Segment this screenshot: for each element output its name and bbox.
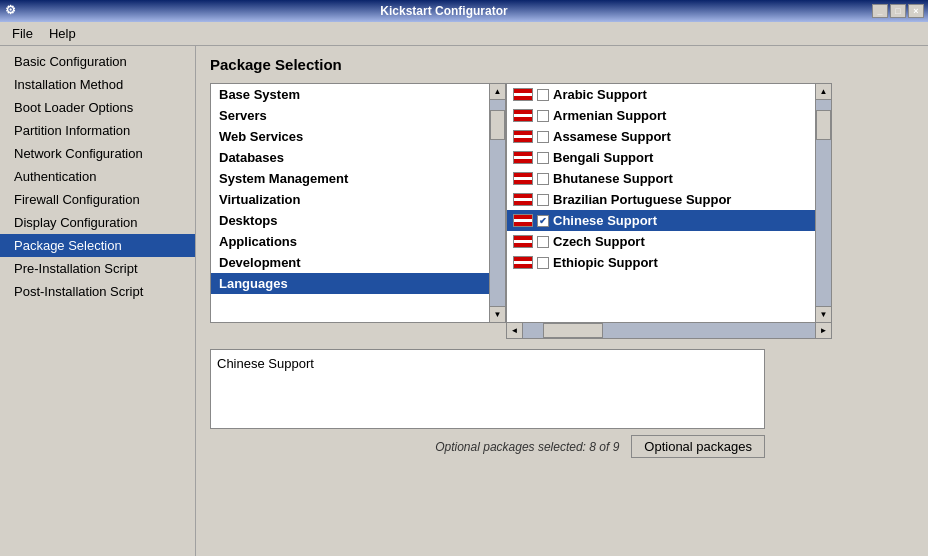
right-scrollbar-thumb[interactable] bbox=[816, 110, 831, 140]
flag-icon-ethiopic bbox=[513, 256, 533, 269]
right-list-scrollbar-h[interactable]: ◄ ► bbox=[506, 323, 832, 339]
title-bar-title: Kickstart Configurator bbox=[16, 4, 872, 18]
left-list-wrapper: Base System Servers Web Services Databas… bbox=[210, 83, 506, 323]
scrollbar-left-arrow[interactable]: ◄ bbox=[507, 323, 523, 338]
list-item-applications[interactable]: Applications bbox=[211, 231, 489, 252]
list-item-virtualization[interactable]: Virtualization bbox=[211, 189, 489, 210]
sidebar-item-boot-loader-options[interactable]: Boot Loader Options bbox=[0, 96, 195, 119]
sidebar-item-firewall-configuration[interactable]: Firewall Configuration bbox=[0, 188, 195, 211]
menu-help[interactable]: Help bbox=[41, 24, 84, 43]
flag-icon-czech bbox=[513, 235, 533, 248]
checkbox-ethiopic[interactable] bbox=[537, 257, 549, 269]
sidebar-item-post-installation-script[interactable]: Post-Installation Script bbox=[0, 280, 195, 303]
scrollbar-thumb[interactable] bbox=[490, 110, 505, 140]
checkbox-bengali[interactable] bbox=[537, 152, 549, 164]
menu-bar: File Help bbox=[0, 22, 928, 46]
list-item-base-system[interactable]: Base System bbox=[211, 84, 489, 105]
checkbox-bhutanese[interactable] bbox=[537, 173, 549, 185]
right-scrollbar-track bbox=[816, 100, 831, 306]
list-item-web-services[interactable]: Web Services bbox=[211, 126, 489, 147]
sidebar-item-installation-method[interactable]: Installation Method bbox=[0, 73, 195, 96]
list-item-desktops[interactable]: Desktops bbox=[211, 210, 489, 231]
scrollbar-down-arrow[interactable]: ▼ bbox=[490, 306, 505, 322]
checkbox-armenian[interactable] bbox=[537, 110, 549, 122]
checkbox-assamese[interactable] bbox=[537, 131, 549, 143]
left-list-scrollbar[interactable]: ▲ ▼ bbox=[490, 83, 506, 323]
sidebar-item-basic-configuration[interactable]: Basic Configuration bbox=[0, 50, 195, 73]
right-item-ethiopic[interactable]: Ethiopic Support bbox=[507, 252, 815, 273]
right-lists-area: Arabic Support Armenian Support Assamese… bbox=[506, 83, 832, 339]
menu-file[interactable]: File bbox=[4, 24, 41, 43]
flag-icon-assamese bbox=[513, 130, 533, 143]
right-scrollbar-up-arrow[interactable]: ▲ bbox=[816, 84, 831, 100]
list-item-languages[interactable]: Languages bbox=[211, 273, 489, 294]
title-bar-buttons: _ □ × bbox=[872, 4, 928, 18]
sidebar-item-pre-installation-script[interactable]: Pre-Installation Script bbox=[0, 257, 195, 280]
content-area: Package Selection Base System Servers We… bbox=[196, 46, 928, 556]
right-item-armenian[interactable]: Armenian Support bbox=[507, 105, 815, 126]
flag-icon-bengali bbox=[513, 151, 533, 164]
checkbox-chinese[interactable]: ✔ bbox=[537, 215, 549, 227]
flag-icon-arabic bbox=[513, 88, 533, 101]
list-item-development[interactable]: Development bbox=[211, 252, 489, 273]
scrollbar-track bbox=[490, 100, 505, 306]
flag-icon-bhutanese bbox=[513, 172, 533, 185]
right-item-bengali[interactable]: Bengali Support bbox=[507, 147, 815, 168]
sidebar-item-display-configuration[interactable]: Display Configuration bbox=[0, 211, 195, 234]
close-button[interactable]: × bbox=[908, 4, 924, 18]
right-item-chinese[interactable]: ✔ Chinese Support bbox=[507, 210, 815, 231]
checkbox-czech[interactable] bbox=[537, 236, 549, 248]
right-scroll-area: Arabic Support Armenian Support Assamese… bbox=[506, 83, 832, 323]
right-scrollbar-down-arrow[interactable]: ▼ bbox=[816, 306, 831, 322]
checkbox-arabic[interactable] bbox=[537, 89, 549, 101]
checkbox-brazilian[interactable] bbox=[537, 194, 549, 206]
bottom-row: Optional packages selected: 8 of 9 Optio… bbox=[210, 435, 765, 458]
scrollbar-up-arrow[interactable]: ▲ bbox=[490, 84, 505, 100]
optional-packages-button[interactable]: Optional packages bbox=[631, 435, 765, 458]
window-icon: ⚙ bbox=[0, 3, 16, 19]
maximize-button[interactable]: □ bbox=[890, 4, 906, 18]
sidebar-item-authentication[interactable]: Authentication bbox=[0, 165, 195, 188]
right-item-arabic[interactable]: Arabic Support bbox=[507, 84, 815, 105]
sidebar-item-partition-information[interactable]: Partition Information bbox=[0, 119, 195, 142]
right-item-brazilian[interactable]: Brazilian Portuguese Suppor bbox=[507, 189, 815, 210]
flag-icon-brazilian bbox=[513, 193, 533, 206]
scrollbar-h-thumb[interactable] bbox=[543, 323, 603, 338]
category-list[interactable]: Base System Servers Web Services Databas… bbox=[210, 83, 490, 323]
scrollbar-right-arrow[interactable]: ► bbox=[815, 323, 831, 338]
list-item-system-management[interactable]: System Management bbox=[211, 168, 489, 189]
page-title: Package Selection bbox=[210, 56, 914, 73]
optional-text: Optional packages selected: 8 of 9 bbox=[435, 440, 619, 454]
description-box: Chinese Support bbox=[210, 349, 765, 429]
sidebar-item-package-selection[interactable]: Package Selection bbox=[0, 234, 195, 257]
flag-icon-armenian bbox=[513, 109, 533, 122]
right-list-scrollbar-v[interactable]: ▲ ▼ bbox=[816, 83, 832, 323]
scrollbar-h-track bbox=[523, 323, 815, 338]
list-item-servers[interactable]: Servers bbox=[211, 105, 489, 126]
main-content: Basic Configuration Installation Method … bbox=[0, 46, 928, 556]
minimize-button[interactable]: _ bbox=[872, 4, 888, 18]
right-item-bhutanese[interactable]: Bhutanese Support bbox=[507, 168, 815, 189]
sidebar: Basic Configuration Installation Method … bbox=[0, 46, 196, 556]
title-bar: ⚙ Kickstart Configurator _ □ × bbox=[0, 0, 928, 22]
flag-icon-chinese bbox=[513, 214, 533, 227]
package-list[interactable]: Arabic Support Armenian Support Assamese… bbox=[506, 83, 816, 323]
right-item-czech[interactable]: Czech Support bbox=[507, 231, 815, 252]
right-item-assamese[interactable]: Assamese Support bbox=[507, 126, 815, 147]
lists-container: Base System Servers Web Services Databas… bbox=[210, 83, 914, 339]
sidebar-item-network-configuration[interactable]: Network Configuration bbox=[0, 142, 195, 165]
list-item-databases[interactable]: Databases bbox=[211, 147, 489, 168]
